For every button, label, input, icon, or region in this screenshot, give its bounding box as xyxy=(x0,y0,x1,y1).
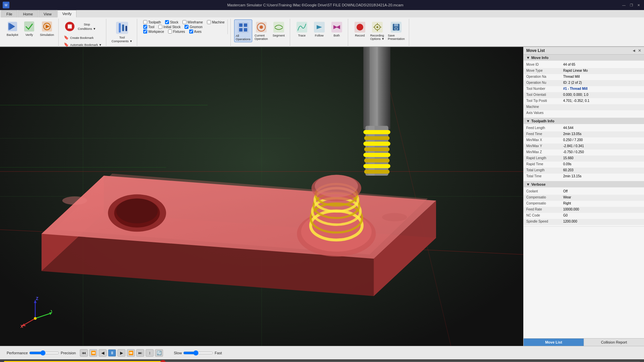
recording-options-label: RecordingOptions ▼ xyxy=(370,34,384,41)
toolpath-info-header[interactable]: ▼ Toolpath Info xyxy=(524,118,644,124)
precision-label: Precision xyxy=(61,351,76,355)
minimize-button[interactable]: — xyxy=(621,2,627,8)
both-button[interactable]: Both xyxy=(328,19,345,38)
fixtures-checkbox-item[interactable]: Fixtures xyxy=(168,29,185,34)
panel-pin-button[interactable]: ◄ xyxy=(632,48,636,53)
panel-title: Move List xyxy=(526,48,545,53)
workpiece-checkbox-item[interactable]: Workpiece xyxy=(143,29,164,34)
svg-rect-76 xyxy=(364,136,390,140)
forward-all-button[interactable]: ⏭ xyxy=(136,349,144,357)
svg-point-92 xyxy=(34,317,37,320)
progress-dot[interactable] xyxy=(160,360,166,362)
visibility-checkboxes: Toolpath Stock Wireframe Machine Tool In… xyxy=(141,19,228,34)
move-info-body: Move ID 44 of 65 Move Type Rapid Linear … xyxy=(524,61,644,118)
viewport[interactable]: Z Y X xyxy=(0,47,523,346)
verbose-header[interactable]: ▼ Verbose xyxy=(524,181,644,187)
wireframe-checkbox[interactable] xyxy=(182,20,186,24)
simulation-button[interactable]: Simulation xyxy=(38,19,56,38)
svg-rect-16 xyxy=(239,28,243,32)
toolpath-checkbox[interactable] xyxy=(143,20,147,24)
trace-button[interactable]: Trace xyxy=(293,19,310,38)
machine-checkbox[interactable] xyxy=(207,20,211,24)
backplot-button[interactable]: Backplot xyxy=(5,19,20,38)
record-icon xyxy=(353,20,367,34)
maximize-button[interactable]: ❐ xyxy=(629,2,634,8)
segment-button[interactable]: Segment xyxy=(270,19,287,38)
table-row: Move ID 44 of 65 xyxy=(524,62,644,68)
save-presentation-button[interactable]: SavePresentation xyxy=(386,19,406,42)
follow-label: Follow xyxy=(315,34,324,37)
window-title: Mastercam Simulator C:\Users\Training IM… xyxy=(9,3,621,7)
axes-checkbox[interactable] xyxy=(189,29,193,34)
table-row: Operation Na Thread Mill xyxy=(524,74,644,80)
play-forward-button[interactable]: ▶ xyxy=(117,349,125,357)
trace-label: Trace xyxy=(298,34,306,37)
svg-rect-72 xyxy=(370,47,378,130)
verify-button[interactable]: Verify xyxy=(21,19,37,38)
move-info-header[interactable]: ▼ Move Info xyxy=(524,55,644,61)
follow-button[interactable]: Follow xyxy=(311,19,328,38)
play-back-button[interactable]: ◀ xyxy=(99,349,107,357)
loop-button[interactable]: 🔄 xyxy=(155,349,163,357)
tab-verify[interactable]: Verify xyxy=(57,10,77,17)
move-list-tab[interactable]: Move List xyxy=(524,339,584,346)
table-row: Operation Nu ID: 2 (2 of 2) xyxy=(524,80,644,86)
table-row: Rapid Time 0.09s xyxy=(524,162,644,168)
verbose-section: ▼ Verbose Coolant Off Compensatio Wear C… xyxy=(524,181,644,227)
play-stop-button[interactable]: ⏸ xyxy=(108,349,116,357)
tab-home[interactable]: Home xyxy=(18,10,38,17)
workpiece-checkbox[interactable] xyxy=(143,29,147,34)
axes-checkbox-item[interactable]: Axes xyxy=(189,29,202,34)
current-operation-button[interactable]: CurrentOperation xyxy=(253,19,270,42)
coord-widget: Z Y X xyxy=(18,295,52,329)
current-operation-icon xyxy=(255,20,268,34)
tab-file[interactable]: File xyxy=(1,10,17,17)
svg-point-70 xyxy=(315,175,358,197)
machine-checkbox-item[interactable]: Machine xyxy=(207,20,225,24)
wireframe-checkbox-item[interactable]: Wireframe xyxy=(182,20,203,24)
tool-checkbox-item[interactable]: Tool xyxy=(143,25,154,29)
recording-options-button[interactable]: RecordingOptions ▼ xyxy=(369,19,386,42)
svg-rect-17 xyxy=(244,28,247,32)
table-row: Spindle Speed 1200.000 xyxy=(524,219,644,225)
save-presentation-icon xyxy=(389,20,403,34)
verify-icon xyxy=(23,20,35,33)
stock-checkbox[interactable] xyxy=(165,20,169,24)
close-button[interactable]: ✕ xyxy=(636,2,641,8)
gnomon-checkbox-item[interactable]: Gnomon xyxy=(184,25,202,29)
stop-conditions-button[interactable]: Stop Conditions ▼ xyxy=(62,19,98,34)
step-back-button[interactable]: ⏪ xyxy=(89,349,97,357)
stock-checkbox-item[interactable]: Stock xyxy=(165,20,178,24)
speed-slider[interactable] xyxy=(183,351,213,355)
adjust-button[interactable]: ↕ xyxy=(146,349,154,357)
fixtures-checkbox[interactable] xyxy=(168,29,172,34)
gnomon-checkbox[interactable] xyxy=(184,25,189,29)
svg-rect-10 xyxy=(119,23,121,33)
table-row: Compensatio Wear xyxy=(524,195,644,201)
tool-components-button[interactable]: ToolComponents ▼ xyxy=(110,19,134,44)
create-bookmark-button[interactable]: 🔖 Create Bookmark xyxy=(62,34,103,41)
panel-close-button[interactable]: ✕ xyxy=(638,48,641,53)
initial-stock-checkbox-item[interactable]: Initial Stock xyxy=(158,25,180,29)
svg-point-57 xyxy=(382,213,407,222)
svg-rect-40 xyxy=(395,28,397,30)
collapse-icon: ▼ xyxy=(526,182,530,186)
collision-report-tab[interactable]: Collision Report xyxy=(584,339,644,346)
performance-label: Performance xyxy=(7,351,28,355)
svg-point-20 xyxy=(260,25,263,29)
rewind-all-button[interactable]: ⏮ xyxy=(80,349,88,357)
performance-slider[interactable] xyxy=(29,351,59,355)
tool-checkbox[interactable] xyxy=(143,25,147,29)
segment-icon xyxy=(272,20,285,34)
tab-view[interactable]: View xyxy=(39,10,57,17)
initial-stock-checkbox[interactable] xyxy=(158,25,162,29)
record-button[interactable]: Record xyxy=(352,19,368,38)
playback-controls: ⏮ ⏪ ◀ ⏸ ▶ ⏩ ⏭ ↕ 🔄 xyxy=(80,349,163,357)
svg-rect-79 xyxy=(363,153,390,157)
bookmark-icon: 🔖 xyxy=(64,35,69,40)
step-forward-button[interactable]: ⏩ xyxy=(127,349,135,357)
all-operations-button[interactable]: AllOperations xyxy=(234,19,252,42)
simulation-label: Simulation xyxy=(40,33,54,37)
auto-bookmark-icon: 🔖 xyxy=(64,42,69,47)
toolpath-checkbox-item[interactable]: Toolpath xyxy=(143,20,161,24)
